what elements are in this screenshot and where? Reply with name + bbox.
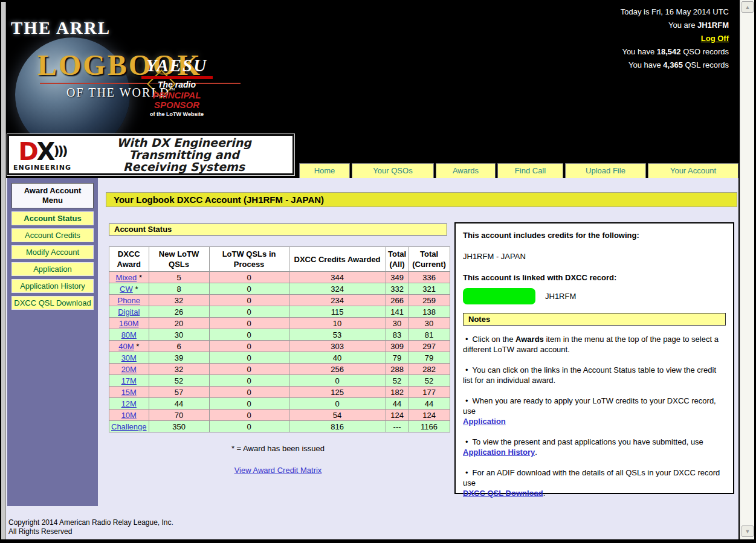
credits-awarded-cell: 303: [289, 341, 386, 352]
award-link[interactable]: 40M: [118, 342, 134, 351]
note5-pre: For an ADIF download with the details of…: [463, 468, 720, 487]
award-link[interactable]: 20M: [121, 365, 137, 374]
yaesu-red-bar: [141, 76, 213, 79]
award-link[interactable]: Mixed: [116, 273, 137, 282]
total-current-cell: 297: [409, 341, 450, 352]
logo-the-arrl: THE ARRL: [11, 18, 111, 38]
new-qsls-cell: 8: [149, 283, 209, 295]
credits-awarded-cell: 816: [289, 421, 386, 432]
total-all-cell: 288: [386, 364, 409, 375]
nav-tab-awards[interactable]: Awards: [436, 163, 496, 178]
in-process-cell: 0: [209, 364, 289, 375]
in-process-cell: 0: [209, 295, 289, 306]
radio-waves-icon: ))): [53, 143, 66, 158]
sidebar-item-application-history[interactable]: Application History: [11, 279, 94, 293]
user-callsign: JH1RFM: [697, 21, 729, 30]
in-process-cell: 0: [209, 306, 289, 318]
bullet-icon: •: [465, 365, 468, 374]
sidebar-item-application[interactable]: Application: [11, 262, 94, 276]
total-all-cell: 30: [386, 318, 409, 329]
total-all-cell: ---: [386, 421, 409, 432]
total-all-cell: 349: [386, 272, 409, 283]
sidebar-item-modify-account[interactable]: Modify Account: [11, 245, 94, 259]
table-row: Phone 32 0 234 266 259: [109, 295, 450, 306]
nav-tab-upload-file[interactable]: Upload File: [565, 163, 646, 178]
table-row: Challenge 350 0 816 --- 1166: [109, 421, 450, 432]
main-content: Award Account Menu Account Status Accoun…: [6, 178, 738, 539]
new-qsls-cell: 350: [149, 421, 209, 432]
table-row: 15M 57 0 125 182 177: [109, 387, 450, 398]
yaesu-wordmark: YAESU: [136, 56, 218, 76]
award-link[interactable]: 15M: [121, 388, 137, 397]
new-qsls-cell: 30: [149, 329, 209, 341]
note3-pre: When you are ready to apply your LoTW cr…: [463, 396, 716, 416]
yaesu-of-lotw-website: of the LoTW Website: [136, 111, 218, 117]
award-link[interactable]: 30M: [121, 353, 137, 362]
award-link[interactable]: Challenge: [111, 422, 147, 431]
sidebar-item-dxcc-qsl-download[interactable]: DXCC QSL Download: [11, 296, 94, 310]
sidebar-menu-title: Award Account Menu: [11, 183, 94, 208]
log-off-line: Log Off: [621, 32, 729, 45]
award-cell: 12M: [109, 398, 149, 410]
scroll-down-icon[interactable]: ▼: [741, 525, 754, 537]
award-cell: CW *: [109, 283, 149, 295]
redacted-name-block: [463, 288, 535, 304]
account-status-table: DXCC Award New LoTW QSLs LoTW QSLs in Pr…: [109, 246, 450, 432]
award-cell: 17M: [109, 375, 149, 387]
award-link[interactable]: 80M: [121, 330, 137, 339]
window-left-edge: [1, 2, 6, 539]
credits-awarded-cell: 40: [289, 352, 386, 364]
sidebar-item-account-credits[interactable]: Account Credits: [11, 228, 94, 242]
in-process-cell: 0: [209, 318, 289, 329]
yaesu-the-radio: The radio: [136, 80, 218, 89]
scroll-up-icon[interactable]: ▲: [741, 1, 754, 13]
new-qsls-cell: 39: [149, 352, 209, 364]
qso-prefix: You have: [622, 47, 656, 56]
new-qsls-cell: 70: [149, 410, 209, 421]
award-link[interactable]: 17M: [121, 376, 137, 385]
nav-tab-home[interactable]: Home: [299, 163, 350, 178]
nav-tab-find-call[interactable]: Find Call: [497, 163, 563, 178]
total-current-cell: 259: [409, 295, 450, 306]
in-process-cell: 0: [209, 283, 289, 295]
nav-tab-your-account[interactable]: Your Account: [648, 163, 738, 178]
new-qsls-cell: 32: [149, 295, 209, 306]
credits-awarded-cell: 53: [289, 329, 386, 341]
nav-tab-your-qsos[interactable]: Your QSOs: [352, 163, 434, 178]
total-current-cell: 138: [409, 306, 450, 318]
account-info-panel: This account includes credits for the fo…: [454, 222, 734, 494]
application-link[interactable]: Application: [463, 417, 506, 426]
award-link[interactable]: CW: [120, 284, 133, 294]
credits-awarded-cell: 234: [289, 295, 386, 306]
table-header-row: DXCC Award New LoTW QSLs LoTW QSLs in Pr…: [109, 247, 450, 272]
award-link[interactable]: Phone: [117, 296, 140, 305]
table-row: Digital 26 0 115 141 138: [109, 306, 450, 318]
award-link[interactable]: 10M: [121, 411, 137, 420]
qso-records-line: You have 18,542 QSO records: [621, 45, 729, 59]
vertical-scrollbar[interactable]: ▲ ▼: [740, 0, 754, 539]
award-link[interactable]: 160M: [119, 319, 139, 328]
view-award-credit-matrix-link[interactable]: View Award Credit Matrix: [234, 466, 322, 475]
table-row: 80M 30 0 53 83 81: [109, 329, 450, 341]
linked-heading: This account is linked with DXCC record:: [463, 273, 726, 282]
award-link[interactable]: 12M: [121, 399, 137, 408]
award-link[interactable]: Digital: [118, 307, 140, 316]
application-history-link[interactable]: Application History: [463, 448, 535, 457]
yaesu-principal-text: PRINCIPAL: [153, 90, 201, 100]
dxcc-qsl-download-link[interactable]: DXCC QSL Download: [463, 489, 543, 498]
dx-engineering-banner[interactable]: DX))) ENGINEERING With DX Engineering Tr…: [7, 134, 294, 175]
bullet-icon: •: [465, 437, 468, 446]
col-header-total-all: Total (All): [386, 247, 409, 272]
dx-banner-tagline: With DX Engineering Transmitting and Rec…: [76, 137, 292, 173]
total-current-cell: 44: [409, 398, 450, 410]
credits-awarded-cell: 0: [289, 398, 386, 410]
log-off-link[interactable]: Log Off: [701, 34, 729, 43]
new-qsls-cell: 26: [149, 306, 209, 318]
yaesu-principal-sponsor: PRINCIPAL SPONSOR: [136, 91, 218, 110]
award-cell: 30M: [109, 352, 149, 364]
award-cell: Phone: [109, 295, 149, 306]
sidebar-item-account-status[interactable]: Account Status: [11, 211, 94, 225]
new-qsls-cell: 32: [149, 364, 209, 375]
account-status-table-body: Mixed * 5 0 344 349 336 CW * 8 0 324 332…: [109, 272, 450, 432]
note-application: •When you are ready to apply your LoTW c…: [463, 396, 726, 426]
